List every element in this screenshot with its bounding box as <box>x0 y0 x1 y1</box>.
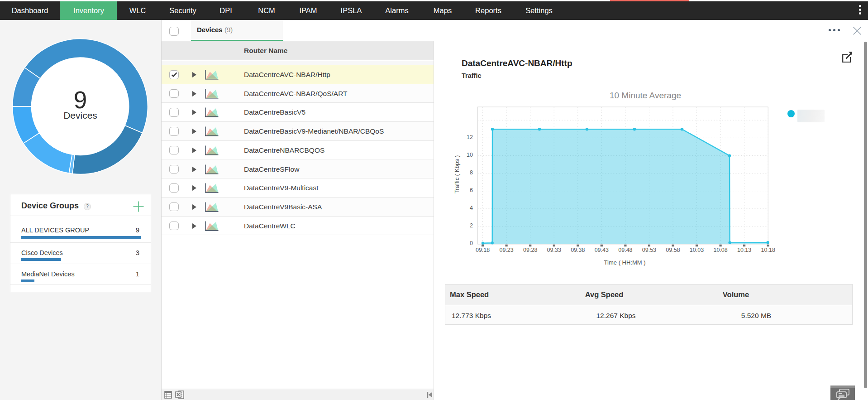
svg-text:09:23: 09:23 <box>499 247 513 253</box>
svg-text:09:38: 09:38 <box>571 247 585 253</box>
svg-text:10:08: 10:08 <box>713 247 727 253</box>
svg-text:09:18: 09:18 <box>476 247 490 253</box>
svg-text:10:13: 10:13 <box>737 247 751 253</box>
svg-text:09:48: 09:48 <box>618 247 632 253</box>
svg-text:09:43: 09:43 <box>595 247 609 253</box>
svg-text:Traffic ( Kbps ): Traffic ( Kbps ) <box>453 155 460 194</box>
svg-text:09:58: 09:58 <box>666 247 680 253</box>
svg-text:12: 12 <box>467 134 473 140</box>
svg-text:4: 4 <box>470 205 473 211</box>
svg-text:0: 0 <box>470 240 473 246</box>
svg-text:09:28: 09:28 <box>523 247 537 253</box>
svg-text:8: 8 <box>470 169 473 176</box>
svg-text:10:03: 10:03 <box>690 247 704 253</box>
svg-text:10: 10 <box>467 152 473 158</box>
svg-text:09:33: 09:33 <box>547 247 561 253</box>
svg-text:2: 2 <box>470 222 473 229</box>
svg-text:10:18: 10:18 <box>761 247 775 253</box>
svg-text:09:53: 09:53 <box>642 247 656 253</box>
svg-text:6: 6 <box>470 187 473 193</box>
svg-text:Time ( HH:MM ): Time ( HH:MM ) <box>604 259 646 266</box>
